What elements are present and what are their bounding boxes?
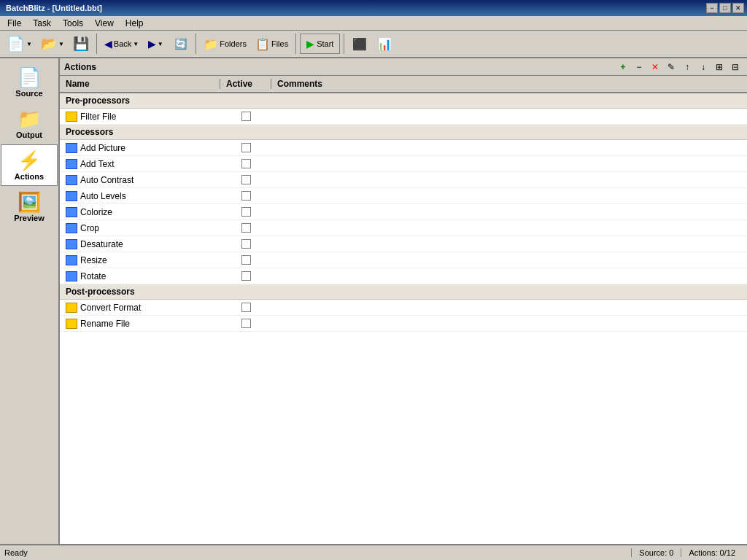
separator-2 [196,34,196,54]
table-header: Name Active Comments [60,76,747,93]
menu-task[interactable]: Task [27,17,57,30]
start-label: Start [317,39,333,48]
status-bar: Ready Source: 0 Actions: 0/12 [0,544,747,560]
table-row[interactable]: Add Picture [60,140,747,156]
table-row[interactable]: Filter File [60,109,747,125]
table-row[interactable]: Rename File [60,316,747,332]
folders-button[interactable]: 📁 Folders [200,32,250,55]
table-row[interactable]: Add Text [60,156,747,172]
action-name-filter-file: Filter File [60,112,220,122]
back-arrow-icon: ▼ [133,41,139,47]
sidebar-label-preview: Preview [14,214,44,222]
status-right: Source: 0 Actions: 0/12 [631,548,743,557]
table-row[interactable]: Auto Contrast [60,172,747,188]
forward-arrow-icon: ▼ [158,41,163,47]
files-button[interactable]: 📋 Files [252,32,292,55]
sidebar-item-source[interactable]: 📄 Source [1,61,58,103]
action-name-auto-levels: Auto Levels [60,191,220,201]
new-button[interactable]: 📄 ▼ [3,32,36,55]
table-row[interactable]: Auto Levels [60,188,747,204]
start-play-icon: ▶ [306,38,314,50]
edit-action-button[interactable]: ✎ [664,61,678,74]
checkbox-rotate[interactable] [241,271,251,281]
action-active-crop[interactable] [220,223,271,233]
sidebar-item-output[interactable]: 📁 Output [1,103,58,144]
filter-file-icon [66,112,77,122]
checkbox-auto-contrast[interactable] [241,175,251,184]
action-active-auto-levels[interactable] [220,191,271,201]
table-row[interactable]: Desaturate [60,236,747,252]
rename-file-icon [66,319,77,329]
action-active-colorize[interactable] [220,207,271,217]
minimize-button[interactable]: − [706,3,718,13]
remove-action-button[interactable]: − [632,61,646,74]
action-active-add-text[interactable] [220,159,271,168]
sidebar-label-source: Source [15,89,42,98]
open-button[interactable]: 📂 ▼ [37,32,68,55]
folders-icon: 📁 [204,37,218,51]
toolbar: 📄 ▼ 📂 ▼ 💾 ◀ Back ▼ ▶ ▼ 🔄 📁 Folders 📋 Fil… [0,31,747,58]
delete-action-button[interactable]: ✕ [648,61,662,74]
new-icon: 📄 [7,35,25,52]
refresh-button[interactable]: 🔄 [169,32,192,55]
resize-icon [66,255,77,265]
action-name-colorize: Colorize [60,207,220,217]
table-row[interactable]: Crop [60,220,747,236]
menu-file[interactable]: File [1,17,27,30]
view-details-button[interactable]: 📊 [373,32,396,55]
close-button[interactable]: ✕ [732,3,744,13]
back-button[interactable]: ◀ Back ▼ [101,32,142,55]
forward-button[interactable]: ▶ ▼ [144,32,167,55]
open-icon: 📂 [41,36,57,52]
files-icon: 📋 [255,37,270,51]
action-active-filter-file[interactable] [220,112,271,121]
folders-label: Folders [220,39,247,48]
action-name-rotate: Rotate [60,271,220,281]
table-row[interactable]: Resize [60,252,747,268]
maximize-button[interactable]: □ [719,3,731,13]
save-icon: 💾 [73,36,89,52]
action-name-add-picture: Add Picture [60,143,220,153]
view-fit-button[interactable]: ⬛ [348,32,371,55]
auto-contrast-icon [66,175,77,185]
action-name-crop: Crop [60,223,220,233]
action-active-desaturate[interactable] [220,239,271,249]
sidebar-item-actions[interactable]: ⚡ Actions [1,144,58,186]
action-active-rename-file[interactable] [220,319,271,328]
action-active-add-picture[interactable] [220,143,271,152]
checkbox-crop[interactable] [241,223,251,233]
add-action-button[interactable]: + [616,61,630,74]
table-row[interactable]: Convert Format [60,300,747,316]
sidebar-label-actions: Actions [15,172,44,181]
status-source: Source: 0 [631,548,681,557]
menu-view[interactable]: View [89,17,120,30]
checkbox-auto-levels[interactable] [241,191,251,201]
checkbox-add-picture[interactable] [241,143,251,152]
move-up-button[interactable]: ↑ [680,61,694,74]
table-row[interactable]: Rotate [60,268,747,284]
refresh-icon: 🔄 [174,38,187,50]
start-button[interactable]: ▶ Start [300,34,340,54]
action-active-convert-format[interactable] [220,303,271,312]
checkbox-resize[interactable] [241,255,251,265]
table-row[interactable]: Colorize [60,204,747,220]
sidebar-item-preview[interactable]: 🖼️ Preview [1,186,58,228]
move-down-button[interactable]: ↓ [696,61,711,74]
column-comments: Comments [271,79,747,89]
action-active-rotate[interactable] [220,271,271,281]
column-active: Active [220,79,271,89]
checkbox-colorize[interactable] [241,207,251,217]
menu-tools[interactable]: Tools [57,17,89,30]
action-active-resize[interactable] [220,255,271,265]
menu-help[interactable]: Help [120,17,150,30]
convert-format-icon [66,303,77,313]
checkbox-convert-format[interactable] [241,303,251,312]
checkbox-desaturate[interactable] [241,239,251,249]
checkbox-rename-file[interactable] [241,319,251,328]
checkbox-filter-file[interactable] [241,112,251,121]
action-active-auto-contrast[interactable] [220,175,271,184]
checkbox-add-text[interactable] [241,159,251,168]
expand-button[interactable]: ⊞ [712,61,727,74]
collapse-button[interactable]: ⊟ [728,61,743,74]
save-button[interactable]: 💾 [69,32,93,55]
